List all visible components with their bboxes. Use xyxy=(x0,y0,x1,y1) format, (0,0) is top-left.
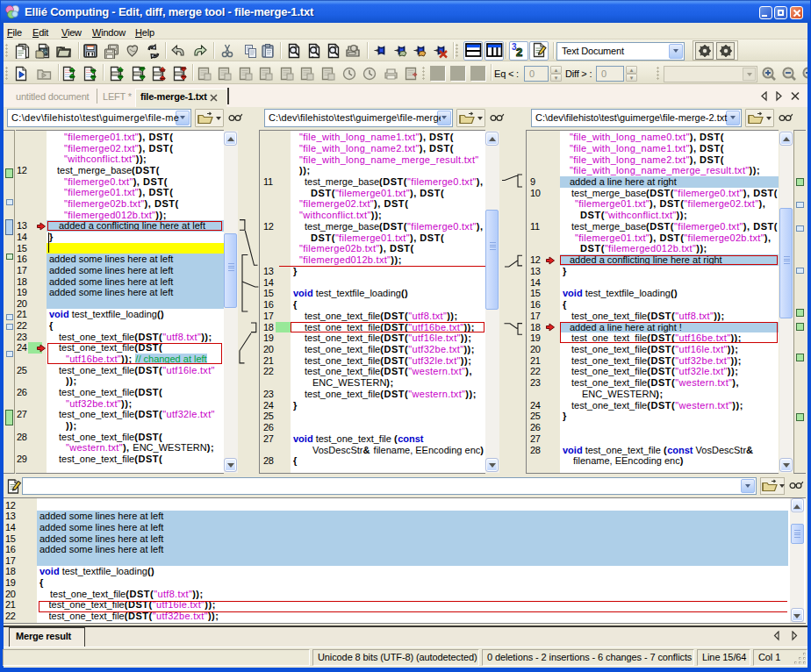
svg-text:2: 2 xyxy=(516,46,522,58)
